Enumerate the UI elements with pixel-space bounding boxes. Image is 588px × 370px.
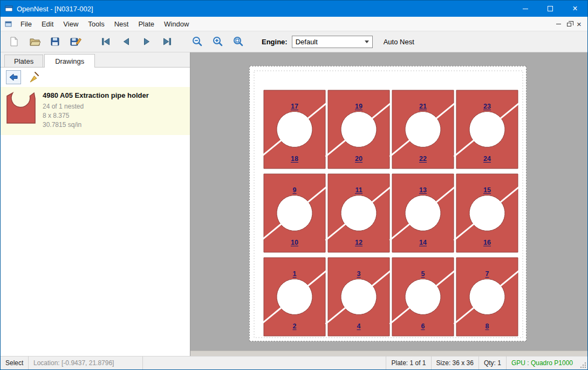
mdi-child-icon <box>5 21 12 28</box>
save-button[interactable] <box>47 33 63 50</box>
drawing-thumbnail <box>6 91 36 125</box>
drawing-nested-count: 24 of 1 nested <box>43 102 149 111</box>
menu-item-window[interactable]: Window <box>159 18 194 30</box>
nav-prev-icon <box>121 36 132 47</box>
maximize-button[interactable] <box>538 1 563 17</box>
nav-last-icon <box>162 36 173 47</box>
plate[interactable]: 171819202122232491011121314151612345678 <box>249 66 527 341</box>
resize-grip-icon <box>579 361 586 368</box>
part-number: 16 <box>483 239 491 246</box>
close-button[interactable]: × <box>563 1 587 17</box>
menu-item-plate[interactable]: Plate <box>133 18 159 30</box>
first-plate-button[interactable] <box>98 33 114 50</box>
horizontal-scrollbar[interactable] <box>190 351 587 356</box>
drawing-list: 4980 A05 Extraction pipe holder 24 of 1 … <box>1 87 190 135</box>
nest-canvas[interactable]: 171819202122232491011121314151612345678 <box>190 52 587 356</box>
minimize-icon <box>523 9 528 9</box>
drawing-title: 4980 A05 Extraction pipe holder <box>43 91 149 99</box>
part-number: 3 <box>357 270 361 278</box>
nest-drawing: 171819202122232491011121314151612345678 <box>250 66 527 342</box>
sidebar: Plates Drawings 4980 A05 Extraction pip <box>1 52 190 356</box>
save-edit-icon <box>70 36 81 47</box>
engine-label: Engine: <box>262 38 288 46</box>
zoom-out-button[interactable] <box>189 33 206 50</box>
part-number: 9 <box>293 186 297 194</box>
menu-item-file[interactable]: File <box>16 18 37 30</box>
menu-item-view[interactable]: View <box>58 18 83 30</box>
close-icon: × <box>572 4 577 14</box>
status-plate: Plate: 1 of 1 <box>386 356 430 369</box>
nested-pair[interactable]: 1920 <box>325 90 392 169</box>
broom-icon <box>28 71 40 83</box>
nested-pair[interactable]: 78 <box>454 258 520 336</box>
part-number: 20 <box>355 155 363 163</box>
nested-pair[interactable]: 2324 <box>454 90 520 169</box>
engine-value: Default <box>296 38 318 46</box>
open-folder-icon <box>29 36 40 47</box>
chevron-down-icon <box>365 41 369 43</box>
new-button[interactable] <box>6 33 22 50</box>
last-plate-button[interactable] <box>159 33 175 50</box>
nested-pair[interactable]: 34 <box>325 258 392 336</box>
tab-plates[interactable]: Plates <box>4 55 43 67</box>
nested-pair[interactable]: 2122 <box>389 90 456 169</box>
part-number: 22 <box>419 155 427 163</box>
status-qty: Qty: 1 <box>478 356 506 369</box>
mdi-restore-icon <box>567 23 571 26</box>
part-number: 12 <box>355 239 363 246</box>
drawing-size: 8 x 8.375 <box>43 111 149 120</box>
part-number: 4 <box>357 322 361 330</box>
maximize-icon <box>548 6 553 11</box>
save-as-button[interactable] <box>67 33 84 50</box>
zoom-out-icon <box>192 36 203 48</box>
part-number: 10 <box>291 239 298 246</box>
menu-bar: File Edit View Tools Nest Plate Window × <box>1 17 587 31</box>
part-number: 18 <box>291 155 298 163</box>
menu-item-edit[interactable]: Edit <box>37 18 58 30</box>
mdi-close-icon: × <box>577 19 582 29</box>
part-number: 1 <box>293 270 297 278</box>
part-number: 21 <box>419 103 427 110</box>
nested-pair[interactable]: 12 <box>261 258 327 336</box>
import-arrow-icon <box>8 72 19 83</box>
minimize-button[interactable] <box>513 1 538 17</box>
nav-first-icon <box>100 36 111 47</box>
mdi-close-button[interactable]: × <box>574 19 584 29</box>
next-plate-button[interactable] <box>139 33 155 50</box>
zoom-in-icon <box>212 36 224 48</box>
clean-drawings-button[interactable] <box>26 70 42 84</box>
zoom-in-button[interactable] <box>210 33 226 50</box>
part-number: 24 <box>483 155 491 163</box>
status-size: Size: 36 x 36 <box>431 356 478 369</box>
part-number: 8 <box>486 322 489 330</box>
auto-nest-label[interactable]: Auto Nest <box>384 38 414 46</box>
nav-next-icon <box>141 36 152 47</box>
zoom-fit-button[interactable] <box>230 33 247 50</box>
previous-plate-button[interactable] <box>118 33 134 50</box>
nested-pair[interactable]: 1112 <box>325 174 392 252</box>
status-mode: Select <box>1 356 29 369</box>
nested-pair[interactable]: 1718 <box>261 90 327 169</box>
open-button[interactable] <box>26 33 43 50</box>
nested-pair[interactable]: 1516 <box>454 174 520 252</box>
mdi-minimize-button[interactable] <box>553 19 564 29</box>
nested-pair[interactable]: 56 <box>389 258 456 336</box>
part-number: 14 <box>419 239 427 246</box>
part-number: 7 <box>486 270 489 278</box>
menu-item-nest[interactable]: Nest <box>110 18 134 30</box>
drawings-panel-toolbar <box>1 68 190 87</box>
sidebar-tabstrip: Plates Drawings <box>1 52 190 68</box>
part-number: 23 <box>483 103 491 110</box>
import-drawing-button[interactable] <box>6 70 21 84</box>
status-gpu: GPU : Quadro P1000 <box>506 356 578 369</box>
status-bar: Select Location: [-0.9437, 21.8796] Plat… <box>1 356 587 369</box>
mdi-restore-button[interactable] <box>564 19 574 29</box>
drawing-list-item[interactable]: 4980 A05 Extraction pipe holder 24 of 1 … <box>1 87 190 135</box>
part-number: 11 <box>355 186 362 194</box>
nested-pair[interactable]: 1314 <box>389 174 456 252</box>
resize-grip[interactable] <box>578 356 587 369</box>
engine-select[interactable]: Default <box>292 36 373 48</box>
nested-pair[interactable]: 910 <box>261 174 327 252</box>
tab-drawings[interactable]: Drawings <box>44 54 95 68</box>
menu-item-tools[interactable]: Tools <box>83 18 109 30</box>
